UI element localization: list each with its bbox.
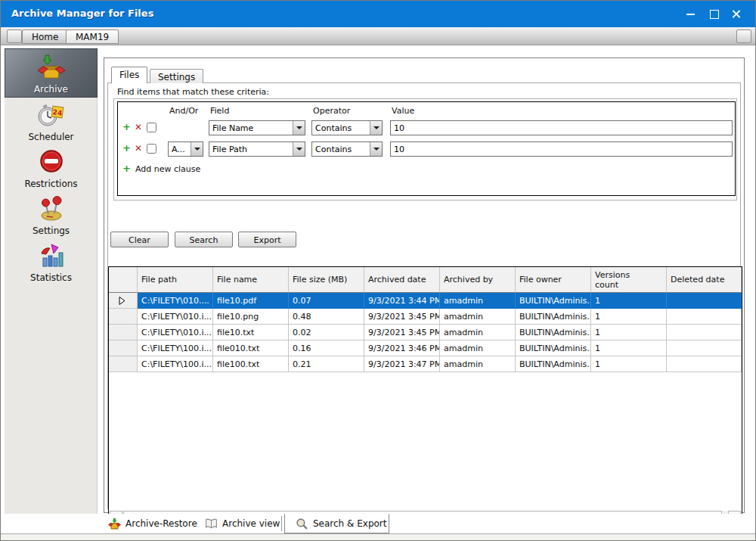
cell-archived-by[interactable]: amadmin <box>440 309 516 325</box>
remove-clause-icon[interactable]: ✕ <box>135 122 142 132</box>
add-clause-icon[interactable]: + <box>122 142 131 154</box>
value-input[interactable] <box>390 120 733 135</box>
row-selector-cell[interactable] <box>109 356 138 372</box>
andor-dropdown[interactable]: A... <box>168 141 203 157</box>
field-dropdown[interactable]: File Path <box>209 141 305 157</box>
chevron-down-icon[interactable] <box>293 142 305 156</box>
row-selector-cell[interactable] <box>109 293 138 309</box>
column-header-versions-count[interactable]: Versions count <box>591 267 667 293</box>
maximize-icon[interactable] <box>705 7 722 21</box>
tab-search-export[interactable]: Search & Export <box>284 514 389 533</box>
cell-file-size[interactable]: 0.07 <box>289 293 364 309</box>
value-input[interactable] <box>390 141 733 157</box>
clause-checkbox[interactable] <box>147 123 156 132</box>
field-dropdown[interactable]: File Name <box>209 120 305 135</box>
cell-deleted-date[interactable] <box>667 293 742 309</box>
search-button[interactable]: Search <box>175 232 233 247</box>
table-row[interactable]: C:\FILETY\100.i... file100.txt 0.21 9/3/… <box>109 356 742 372</box>
cell-file-path[interactable]: C:\FILETY\010.... <box>138 293 213 309</box>
column-header-file-size[interactable]: File size (MB) <box>289 267 364 293</box>
cell-file-size[interactable]: 0.16 <box>289 340 364 356</box>
chevron-down-icon[interactable] <box>293 121 305 135</box>
cell-archived-date[interactable]: 9/3/2021 3:45 PM <box>364 309 440 325</box>
cell-deleted-date[interactable] <box>667 356 742 372</box>
cell-versions-count[interactable]: 1 <box>591 293 667 309</box>
tab-strip-spacer <box>736 30 751 43</box>
chevron-down-icon[interactable] <box>370 142 382 156</box>
settings-icon <box>36 194 67 224</box>
tab-mam19[interactable]: MAM19 <box>66 30 119 44</box>
sidebar-item-settings[interactable]: Settings <box>5 191 98 238</box>
column-header-file-name[interactable]: File name <box>213 267 289 293</box>
cell-archived-by[interactable]: amadmin <box>440 293 516 309</box>
column-header-deleted-date[interactable]: Deleted date <box>667 267 742 293</box>
minimize-icon[interactable] <box>683 7 699 21</box>
column-header-archived-by[interactable]: Archived by <box>440 267 516 293</box>
export-button[interactable]: Export <box>238 232 296 247</box>
tab-files[interactable]: Files <box>111 67 147 83</box>
cell-deleted-date[interactable] <box>667 340 742 356</box>
cell-file-name[interactable]: file100.txt <box>213 356 289 372</box>
cell-archived-by[interactable]: amadmin <box>440 340 516 356</box>
column-header-file-path[interactable]: File path <box>138 267 213 293</box>
cell-file-path[interactable]: C:\FILETY\010.i... <box>138 325 213 340</box>
cell-file-path[interactable]: C:\FILETY\010.i... <box>138 309 213 325</box>
cell-archived-date[interactable]: 9/3/2021 3:44 PM <box>364 293 440 309</box>
sidebar-item-restrictions[interactable]: Restrictions <box>5 145 98 191</box>
cell-archived-date[interactable]: 9/3/2021 3:46 PM <box>364 340 440 356</box>
cell-file-size[interactable]: 0.02 <box>289 325 364 340</box>
add-clause-icon[interactable]: + <box>122 121 131 132</box>
row-selector-cell[interactable] <box>109 325 138 340</box>
tab-divider <box>281 516 282 531</box>
remove-clause-icon[interactable]: ✕ <box>135 143 142 154</box>
cell-archived-date[interactable]: 9/3/2021 3:45 PM <box>364 325 440 340</box>
row-selector-cell[interactable] <box>109 340 138 356</box>
cell-file-name[interactable]: file10.txt <box>213 325 289 340</box>
cell-file-size[interactable]: 0.48 <box>289 309 364 325</box>
table-row[interactable]: C:\FILETY\010.... file10.pdf 0.07 9/3/20… <box>109 293 742 309</box>
operator-dropdown[interactable]: Contains <box>311 141 383 157</box>
cell-file-size[interactable]: 0.21 <box>289 356 364 372</box>
tab-home[interactable]: Home <box>22 30 68 44</box>
cell-file-name[interactable]: file10.png <box>213 309 289 325</box>
table-row[interactable]: C:\FILETY\010.i... file10.txt 0.02 9/3/2… <box>109 325 742 340</box>
row-selector-cell[interactable] <box>109 309 138 325</box>
cell-file-owner[interactable]: BUILTIN\Adminis... <box>516 293 591 309</box>
column-header-file-owner[interactable]: File owner <box>516 267 591 293</box>
close-icon[interactable] <box>728 7 745 21</box>
tab-settings[interactable]: Settings <box>150 69 203 83</box>
clear-button[interactable]: Clear <box>110 232 169 247</box>
table-row[interactable]: C:\FILETY\010.i... file10.png 0.48 9/3/2… <box>109 309 742 325</box>
cell-file-owner[interactable]: BUILTIN\Adminis... <box>516 340 591 356</box>
cell-file-owner[interactable]: BUILTIN\Adminis... <box>516 356 591 372</box>
cell-file-path[interactable]: C:\FILETY\100.i... <box>138 340 213 356</box>
table-row[interactable]: C:\FILETY\100.i... file010.txt 0.16 9/3/… <box>109 340 742 356</box>
sidebar-item-archive[interactable]: Archive <box>5 48 98 98</box>
cell-versions-count[interactable]: 1 <box>591 356 667 372</box>
restrictions-icon <box>36 147 67 177</box>
clause-checkbox[interactable] <box>147 144 156 154</box>
tab-archive-view[interactable]: Archive view <box>205 516 280 531</box>
cell-archived-date[interactable]: 9/3/2021 3:47 PM <box>364 356 440 372</box>
column-header-archived-date[interactable]: Archived date <box>364 267 440 293</box>
add-new-clause-link[interactable]: +Add new clause <box>122 163 200 174</box>
cell-file-name[interactable]: file10.pdf <box>213 293 289 309</box>
cell-file-owner[interactable]: BUILTIN\Adminis... <box>516 309 591 325</box>
sidebar-item-scheduler[interactable]: 24 Scheduler <box>5 98 98 145</box>
cell-versions-count[interactable]: 1 <box>591 325 667 340</box>
cell-archived-by[interactable]: amadmin <box>440 325 516 340</box>
cell-file-name[interactable]: file010.txt <box>213 340 289 356</box>
cell-versions-count[interactable]: 1 <box>591 340 667 356</box>
cell-deleted-date[interactable] <box>667 325 742 340</box>
cell-file-owner[interactable]: BUILTIN\Adminis... <box>516 325 591 340</box>
cell-file-path[interactable]: C:\FILETY\100.i... <box>138 356 213 372</box>
cell-deleted-date[interactable] <box>667 309 742 325</box>
cell-archived-by[interactable]: amadmin <box>440 356 516 372</box>
operator-dropdown[interactable]: Contains <box>311 120 383 135</box>
sidebar-item-label: Settings <box>33 225 70 236</box>
tab-archive-restore[interactable]: Archive-Restore <box>108 516 197 531</box>
chevron-down-icon[interactable] <box>370 121 382 135</box>
sidebar-item-statistics[interactable]: Statistics <box>5 238 98 285</box>
cell-versions-count[interactable]: 1 <box>591 309 667 325</box>
chevron-down-icon[interactable] <box>191 142 203 156</box>
